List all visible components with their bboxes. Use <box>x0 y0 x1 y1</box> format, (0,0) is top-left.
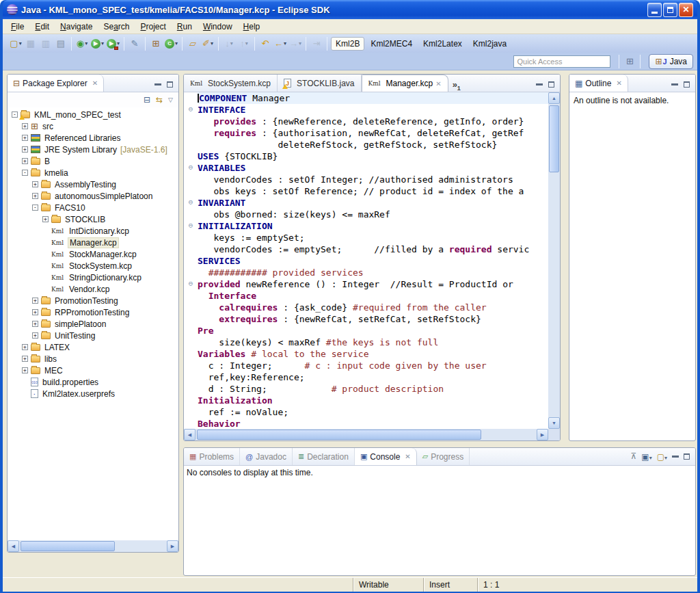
horizontal-scrollbar[interactable]: ◀ ▶ <box>8 540 178 552</box>
minimize-editor-icon[interactable] <box>536 83 543 85</box>
expand-node-icon[interactable]: + <box>32 193 38 199</box>
expand-node-icon[interactable]: + <box>22 356 28 362</box>
code-line[interactable]: deleteRefStock, getRefStock, setRefStock… <box>184 139 548 150</box>
open-type-button[interactable]: ▱ <box>185 36 200 51</box>
expand-node-icon[interactable]: + <box>32 332 38 339</box>
menu-project[interactable]: Project <box>135 20 171 34</box>
tree-item[interactable]: ▪Kml2latex.userprefs <box>8 388 178 399</box>
menu-window[interactable]: Window <box>198 20 238 34</box>
code-line[interactable]: Behavior <box>184 418 548 429</box>
minimize-button[interactable] <box>647 3 662 17</box>
tree-item[interactable]: -kmelia <box>8 167 178 179</box>
expand-node-icon[interactable]: + <box>32 298 38 304</box>
close-tab-icon[interactable]: ✕ <box>405 453 410 460</box>
expand-node-icon[interactable]: + <box>22 344 28 350</box>
expand-node-icon[interactable]: + <box>42 216 49 222</box>
code-line[interactable]: vendorCodes := emptySet; //filled by a r… <box>184 243 548 255</box>
menu-navigate[interactable]: Navigate <box>55 20 98 34</box>
tree-item[interactable]: +AssemblyTesting <box>8 179 178 190</box>
tree-item[interactable]: +LATEX <box>8 341 178 353</box>
code-line[interactable]: ########### provided services <box>184 267 548 278</box>
collapse-node-icon[interactable]: - <box>32 205 38 211</box>
tree-item[interactable]: +STOCKLIB <box>8 213 178 225</box>
code-line[interactable]: ⊖INTERFACE <box>184 104 548 116</box>
code-line[interactable]: USES {STOCKLIB} <box>184 150 548 162</box>
fold-marker-icon[interactable]: ⊖ <box>184 220 198 232</box>
scroll-left-icon[interactable]: ◀ <box>8 540 19 552</box>
console-tab-problems[interactable]: ▦Problems <box>184 448 240 465</box>
tree-item[interactable]: KmlManager.kcp <box>8 237 178 248</box>
scroll-down-icon[interactable]: ▼ <box>548 417 560 429</box>
close-button[interactable]: ✕ <box>679 3 693 17</box>
quick-access-input[interactable] <box>513 55 610 68</box>
expand-node-icon[interactable]: + <box>22 158 28 164</box>
view-menu-icon[interactable]: ▽ <box>168 96 173 103</box>
new-java-project-button[interactable]: ⊞ <box>148 36 163 51</box>
toolbar-button-kml2mec4[interactable]: Kml2MEC4 <box>366 37 417 51</box>
code-line[interactable]: size(keys) < maxRef #the keys is not ful… <box>184 337 548 348</box>
tree-item[interactable]: -KML_mono_SPEC_test <box>8 109 178 120</box>
code-line-current[interactable]: COMPONENT Manager <box>184 92 548 104</box>
close-tab-icon[interactable]: ✕ <box>435 80 441 88</box>
project-tree[interactable]: -KML_mono_SPEC_test+⊞src+Referenced Libr… <box>8 107 178 540</box>
link-with-editor-icon[interactable]: ⇆ <box>156 95 163 105</box>
tree-item[interactable]: -FACS10 <box>8 202 178 213</box>
console-tab-progress[interactable]: ▱Progress <box>417 448 470 465</box>
mark-occurrences-button[interactable]: ✎ <box>127 36 142 51</box>
fold-marker-icon[interactable]: ⊖ <box>184 278 198 290</box>
scrollbar-thumb[interactable] <box>21 541 115 551</box>
tree-item[interactable]: +libs <box>8 353 178 365</box>
expand-node-icon[interactable]: + <box>22 146 28 153</box>
code-line[interactable]: vendorCodes : setOf Integer; //authorise… <box>184 174 548 185</box>
minimize-view-icon[interactable] <box>672 456 679 458</box>
tree-item[interactable]: +autonomousSimplePlatoon <box>8 190 178 202</box>
tree-item[interactable]: KmlIntDictionary.kcp <box>8 225 178 237</box>
tree-item[interactable]: +⊞src <box>8 120 178 132</box>
tree-item[interactable]: +UnitTesting <box>8 330 178 341</box>
display-selected-console-button[interactable]: ▣▾ <box>641 450 651 462</box>
close-view-icon[interactable]: ✕ <box>616 79 621 87</box>
tree-item[interactable]: KmlVendor.kcp <box>8 283 178 295</box>
new-java-class-button[interactable]: C▾ <box>163 36 179 51</box>
maximize-editor-icon[interactable] <box>548 81 554 88</box>
pin-console-icon[interactable]: ⊼ <box>630 451 636 461</box>
menu-file[interactable]: File <box>5 20 29 34</box>
code-line[interactable]: d : String; # product description <box>184 383 548 395</box>
editor-tab-stocklib-java[interactable]: JSTOCKLIB.java <box>278 75 361 92</box>
tree-item[interactable]: KmlStockSystem.kcp <box>8 260 178 272</box>
expand-node-icon[interactable]: + <box>32 181 38 187</box>
close-view-icon[interactable]: ✕ <box>92 79 98 87</box>
scrollbar-thumb[interactable] <box>549 105 559 172</box>
code-line[interactable]: ⊖INVARIANT <box>184 197 548 209</box>
search-button[interactable]: ✐▾ <box>200 36 215 51</box>
code-editor[interactable]: COMPONENT Manager⊖INTERFACE provides : {… <box>184 92 548 429</box>
fold-marker-icon[interactable]: ⊖ <box>184 197 198 209</box>
expand-node-icon[interactable]: + <box>32 321 38 327</box>
menu-edit[interactable]: Edit <box>29 20 55 34</box>
code-line[interactable]: provides : {newReference, deleteReferenc… <box>184 116 548 127</box>
minimize-view-icon[interactable] <box>671 83 678 85</box>
code-line[interactable]: Initialization <box>184 395 548 406</box>
editor-vertical-scrollbar[interactable]: ▲ ▼ <box>548 92 560 429</box>
maximize-view-icon[interactable] <box>167 81 173 88</box>
code-line[interactable]: Interface <box>184 290 548 302</box>
debug-button[interactable]: ◉▾ <box>75 36 90 51</box>
print-button[interactable]: ▤ <box>53 36 68 51</box>
editor-tab-stocksystem-kcp[interactable]: KmlStockSystem.kcp <box>184 75 278 92</box>
fold-marker-icon[interactable]: ⊖ <box>184 162 198 174</box>
console-tab-declaration[interactable]: ≣Declaration <box>293 448 355 465</box>
collapse-node-icon[interactable]: - <box>12 111 18 118</box>
java-perspective-button[interactable]: ⊞J Java <box>649 54 693 69</box>
tab-outline[interactable]: ▦ Outline ✕ <box>569 75 628 92</box>
new-wizard-button[interactable]: ▢▾ <box>8 36 23 51</box>
code-line[interactable]: c : Integer; # c : input code given by t… <box>184 360 548 371</box>
code-line[interactable]: Pre <box>184 325 548 337</box>
expand-node-icon[interactable]: + <box>22 135 28 141</box>
tab-package-explorer[interactable]: ⊟ Package Explorer ✕ <box>8 75 104 92</box>
editor-tab-manager-kcp[interactable]: KmlManager.kcp✕ <box>362 75 448 92</box>
tree-item[interactable]: KmlStringDictionary.kcp <box>8 272 178 283</box>
code-line[interactable]: ⊖INITIALIZATION <box>184 220 548 232</box>
maximize-view-icon[interactable] <box>684 453 690 460</box>
tree-item[interactable]: +Referenced Libraries <box>8 132 178 144</box>
menu-search[interactable]: Search <box>98 20 135 34</box>
